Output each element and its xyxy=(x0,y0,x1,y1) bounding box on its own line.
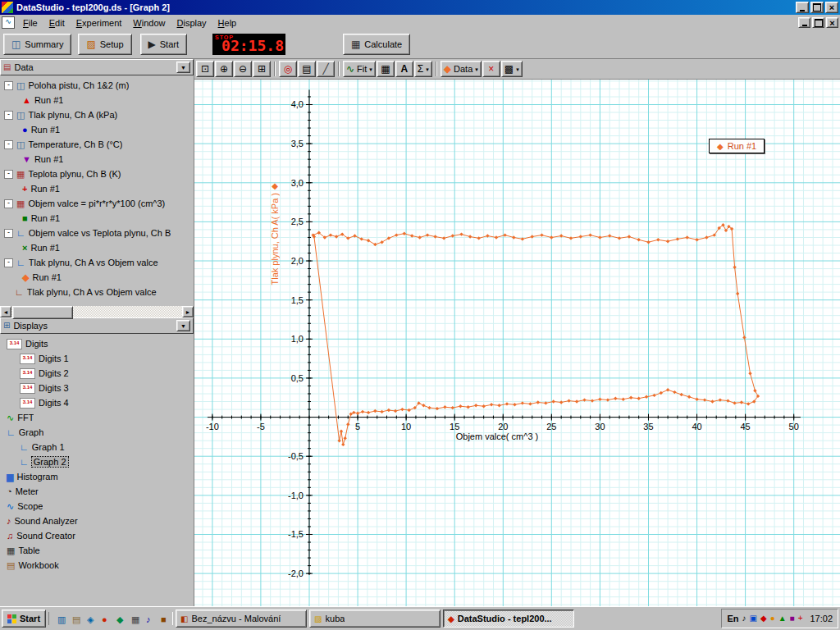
menu-item-window[interactable]: Window xyxy=(127,16,171,30)
child-close-button[interactable]: × xyxy=(826,17,838,28)
graph-plot-area[interactable]: -10-551015202530354045504,03,53,02,52,01… xyxy=(194,80,840,606)
display-item-digits-2[interactable]: 3.14Digits 2 xyxy=(0,366,194,381)
display-item-digits[interactable]: 3.14Digits xyxy=(0,336,194,351)
display-item-sound-creator[interactable]: ♫Sound Creator xyxy=(0,528,194,543)
graph-tool-graph-settings[interactable]: ▩▾ xyxy=(501,61,523,77)
data-source-row[interactable]: -◫Poloha pistu, Ch 1&2 (m) xyxy=(0,78,194,93)
calculate-button[interactable]: ▦ Calculate xyxy=(343,34,410,55)
quicklaunch-icon-5[interactable]: ◆ xyxy=(112,612,125,625)
expand-collapse-box[interactable]: - xyxy=(4,140,13,149)
maximize-button[interactable] xyxy=(810,2,824,13)
quicklaunch-icon-2[interactable]: ▤ xyxy=(67,612,80,625)
setup-button[interactable]: ▨ Setup xyxy=(78,34,131,55)
menu-item-experiment[interactable]: Experiment xyxy=(71,16,128,30)
data-source-row[interactable]: -∟Tlak plynu, Ch A vs Objem valce xyxy=(0,255,194,270)
displays-panel-menu-button[interactable]: ▼ xyxy=(176,320,190,331)
child-restore-button[interactable] xyxy=(812,17,824,28)
legend[interactable]: ◆ Run #1 xyxy=(709,139,765,153)
menu-item-help[interactable]: Help xyxy=(212,16,243,30)
run-row[interactable]: +Run #1 xyxy=(0,181,194,196)
display-item-scope[interactable]: ∿Scope xyxy=(0,499,194,514)
graph-tool-data-menu[interactable]: ◆Data▾ xyxy=(441,61,482,77)
quicklaunch-icon-7[interactable]: ♪ xyxy=(141,612,154,625)
tray-icon-5[interactable]: ▲ xyxy=(778,614,787,623)
graph-tool-smart-tool[interactable]: ◎ xyxy=(279,61,297,77)
data-source-row[interactable]: -◫Tlak plynu, Ch A (kPa) xyxy=(0,107,194,122)
expand-collapse-box[interactable]: - xyxy=(4,229,13,238)
display-item-graph-2[interactable]: ∟Graph 2 xyxy=(0,454,194,469)
data-source-row[interactable]: -▦Objem valce = pi*r*r*y*100 (cm^3) xyxy=(0,196,194,211)
display-item-table[interactable]: ▦Table xyxy=(0,543,194,558)
menu-item-file[interactable]: File xyxy=(17,16,43,30)
quicklaunch-icon-6[interactable]: ▦ xyxy=(126,612,139,625)
start-menu-button[interactable]: Start xyxy=(2,609,46,628)
expand-collapse-box[interactable]: - xyxy=(4,258,13,267)
expand-collapse-box[interactable]: - xyxy=(4,81,13,90)
run-row[interactable]: ▲Run #1 xyxy=(0,93,194,107)
child-minimize-button[interactable] xyxy=(798,17,810,28)
graph-tool-zoom-select[interactable]: ⊞ xyxy=(253,61,271,77)
run-row[interactable]: ◆Run #1 xyxy=(0,270,194,285)
minimize-button[interactable] xyxy=(796,2,809,13)
data-source-row[interactable]: -∟Objem valce vs Teplota plynu, Ch B xyxy=(0,226,194,240)
data-source-row[interactable]: ∟Tlak plynu, Ch A vs Objem valce xyxy=(0,285,194,299)
scroll-right-button[interactable]: ► xyxy=(182,306,194,317)
menu-item-edit[interactable]: Edit xyxy=(43,16,71,30)
graph-tool-remove-item[interactable]: × xyxy=(482,61,500,77)
keyboard-layout-indicator[interactable]: En xyxy=(727,614,738,623)
task-button-kuba[interactable]: ▨kuba xyxy=(309,609,441,628)
display-item-digits-1[interactable]: 3.14Digits 1 xyxy=(0,351,194,366)
graph-tool-note-tool[interactable]: ▤ xyxy=(298,61,316,77)
graph-tool-zoom-out[interactable]: ⊖ xyxy=(234,61,252,77)
display-item-graph-1[interactable]: ∟Graph 1 xyxy=(0,440,194,454)
display-item-digits-3[interactable]: 3.14Digits 3 xyxy=(0,381,194,395)
run-row[interactable]: ×Run #1 xyxy=(0,240,194,255)
tray-icon-7[interactable]: + xyxy=(798,614,803,623)
graph-tool-scale-to-fit[interactable]: ⊡ xyxy=(196,61,214,77)
scrollbar-track[interactable] xyxy=(11,306,182,317)
expand-collapse-box[interactable]: - xyxy=(4,199,13,208)
task-button-datastudio-tepl200[interactable]: ◆DataStudio - tepl200... xyxy=(443,609,574,628)
run-row[interactable]: ■Run #1 xyxy=(0,211,194,226)
display-item-graph[interactable]: ∟Graph xyxy=(0,425,194,440)
display-item-histogram[interactable]: ▆Histogram xyxy=(0,469,194,484)
graph-tool-slope-tool[interactable]: ╱ xyxy=(317,61,335,77)
data-panel-menu-button[interactable]: ▼ xyxy=(176,62,190,73)
display-item-meter[interactable]: ◔Meter xyxy=(0,484,194,499)
data-source-row[interactable]: -▦Teplota plynu, Ch B (K) xyxy=(0,167,194,181)
graph-tool-statistics-menu[interactable]: Σ▾ xyxy=(414,61,432,77)
summary-button[interactable]: ◫ Summary xyxy=(3,34,71,55)
data-source-row[interactable]: -◫Temperature, Ch B (°C) xyxy=(0,137,194,152)
run-row[interactable]: ▼Run #1 xyxy=(0,152,194,167)
scrollbar-thumb[interactable] xyxy=(12,306,73,319)
quicklaunch-icon-8[interactable]: ■ xyxy=(156,612,169,625)
tray-icon-6[interactable]: ■ xyxy=(790,614,795,623)
menu-item-display[interactable]: Display xyxy=(171,16,212,30)
graph-tool-zoom-in[interactable]: ⊕ xyxy=(215,61,233,77)
display-item-workbook[interactable]: ▤Workbook xyxy=(0,558,194,573)
graph-tool-calculate-tool[interactable]: ▦ xyxy=(377,61,395,77)
run-row[interactable]: ●Run #1 xyxy=(0,122,194,137)
close-button[interactable]: × xyxy=(825,2,838,13)
quicklaunch-icon-1[interactable]: ▥ xyxy=(52,612,66,625)
start-button[interactable]: ▶ Start xyxy=(140,34,187,55)
data-tree-hscrollbar[interactable]: ◄ ► xyxy=(0,306,194,317)
task-button-bez-n-zvu-malov-n[interactable]: ◧Bez_názvu - Malování xyxy=(176,609,307,628)
tray-icon-3[interactable]: ◆ xyxy=(760,614,767,623)
display-item-digits-4[interactable]: 3.14Digits 4 xyxy=(0,395,194,410)
quicklaunch-icon-4[interactable]: ● xyxy=(97,612,110,625)
display-item-fft[interactable]: ∿FFT xyxy=(0,410,194,425)
graph-tool-text-tool[interactable]: A xyxy=(395,61,413,77)
graph-tool-fit-menu[interactable]: ∿Fit▾ xyxy=(343,61,376,77)
tray-icon-4[interactable]: ● xyxy=(770,614,775,623)
tray-icon-1[interactable]: ♪ xyxy=(742,614,746,623)
display-icon: ♫ xyxy=(7,532,13,541)
quicklaunch-icon-3[interactable]: ◈ xyxy=(82,612,95,625)
display-item-sound-analyzer[interactable]: ♪Sound Analyzer xyxy=(0,514,194,528)
scroll-left-button[interactable]: ◄ xyxy=(0,306,11,317)
expand-collapse-box[interactable]: - xyxy=(4,170,13,179)
x-axis-title[interactable]: Objem valce( cm^3 ) xyxy=(431,431,563,441)
expand-collapse-box[interactable]: - xyxy=(4,111,13,120)
tray-icon-2[interactable]: ▣ xyxy=(749,614,756,623)
y-axis-title-block[interactable]: ◆ Tlak plynu, Ch A( kPa ) xyxy=(268,181,281,285)
